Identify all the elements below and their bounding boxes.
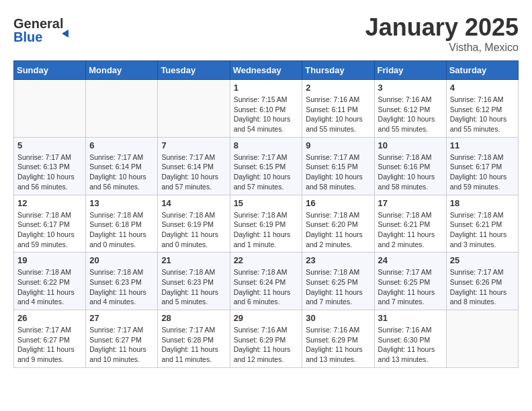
- day-number: 27: [89, 313, 154, 323]
- logo: General Blue: [13, 13, 74, 47]
- calendar-cell: 5Sunrise: 7:17 AMSunset: 6:13 PMDaylight…: [14, 137, 86, 195]
- day-info: Sunrise: 7:17 AMSunset: 6:15 PMDaylight:…: [306, 152, 370, 192]
- day-info: Sunrise: 7:16 AMSunset: 6:11 PMDaylight:…: [306, 95, 370, 134]
- day-info: Sunrise: 7:16 AMSunset: 6:29 PMDaylight:…: [306, 325, 370, 365]
- calendar-cell: 10Sunrise: 7:18 AMSunset: 6:16 PMDayligh…: [374, 137, 446, 195]
- day-info: Sunrise: 7:18 AMSunset: 6:23 PMDaylight:…: [89, 267, 154, 307]
- day-info: Sunrise: 7:17 AMSunset: 6:14 PMDaylight:…: [89, 152, 154, 192]
- calendar-header-wednesday: Wednesday: [230, 61, 302, 80]
- calendar-cell: 29Sunrise: 7:16 AMSunset: 6:29 PMDayligh…: [230, 310, 302, 368]
- location-subtitle: Vistha, Mexico: [365, 42, 519, 54]
- day-number: 7: [161, 140, 226, 150]
- day-number: 18: [450, 198, 515, 208]
- calendar-week-row: 26Sunrise: 7:17 AMSunset: 6:27 PMDayligh…: [14, 310, 519, 368]
- calendar-header-saturday: Saturday: [446, 61, 518, 80]
- calendar-cell: 13Sunrise: 7:18 AMSunset: 6:18 PMDayligh…: [86, 195, 158, 253]
- day-number: 26: [17, 313, 82, 323]
- day-number: 13: [89, 198, 154, 208]
- day-number: 16: [306, 198, 370, 208]
- day-number: 8: [234, 140, 299, 150]
- calendar-cell: 6Sunrise: 7:17 AMSunset: 6:14 PMDaylight…: [86, 137, 158, 195]
- day-number: 20: [89, 255, 154, 265]
- calendar-cell: 2Sunrise: 7:16 AMSunset: 6:11 PMDaylight…: [302, 80, 374, 138]
- day-info: Sunrise: 7:18 AMSunset: 6:20 PMDaylight:…: [306, 210, 370, 250]
- title-area: January 2025 Vistha, Mexico: [365, 13, 519, 54]
- calendar-week-row: 19Sunrise: 7:18 AMSunset: 6:22 PMDayligh…: [14, 253, 519, 310]
- month-title: January 2025: [365, 13, 519, 42]
- day-number: 24: [378, 255, 443, 265]
- day-number: 14: [161, 198, 226, 208]
- day-number: 11: [450, 140, 515, 150]
- calendar-cell: 24Sunrise: 7:17 AMSunset: 6:25 PMDayligh…: [374, 253, 446, 310]
- calendar-header-tuesday: Tuesday: [158, 61, 230, 80]
- calendar-cell: 3Sunrise: 7:16 AMSunset: 6:12 PMDaylight…: [374, 80, 446, 138]
- calendar-header-friday: Friday: [374, 61, 446, 80]
- day-info: Sunrise: 7:18 AMSunset: 6:16 PMDaylight:…: [378, 152, 443, 192]
- day-info: Sunrise: 7:17 AMSunset: 6:27 PMDaylight:…: [89, 325, 154, 365]
- day-number: 30: [306, 313, 370, 323]
- calendar-header-monday: Monday: [86, 61, 158, 80]
- day-info: Sunrise: 7:18 AMSunset: 6:19 PMDaylight:…: [234, 210, 299, 250]
- day-number: 22: [234, 255, 299, 265]
- day-info: Sunrise: 7:18 AMSunset: 6:23 PMDaylight:…: [161, 267, 226, 307]
- calendar-week-row: 1Sunrise: 7:15 AMSunset: 6:10 PMDaylight…: [14, 80, 519, 138]
- day-number: 2: [306, 83, 370, 93]
- day-info: Sunrise: 7:18 AMSunset: 6:25 PMDaylight:…: [306, 267, 370, 307]
- calendar-cell: [86, 80, 158, 138]
- day-info: Sunrise: 7:17 AMSunset: 6:26 PMDaylight:…: [450, 267, 515, 307]
- calendar-week-row: 12Sunrise: 7:18 AMSunset: 6:17 PMDayligh…: [14, 195, 519, 253]
- day-info: Sunrise: 7:18 AMSunset: 6:17 PMDaylight:…: [450, 152, 515, 192]
- day-number: 31: [378, 313, 443, 323]
- calendar-cell: 26Sunrise: 7:17 AMSunset: 6:27 PMDayligh…: [14, 310, 86, 368]
- calendar-cell: [446, 310, 518, 368]
- day-number: 15: [234, 198, 299, 208]
- calendar-cell: 11Sunrise: 7:18 AMSunset: 6:17 PMDayligh…: [446, 137, 518, 195]
- day-info: Sunrise: 7:16 AMSunset: 6:12 PMDaylight:…: [378, 95, 443, 134]
- day-info: Sunrise: 7:16 AMSunset: 6:12 PMDaylight:…: [450, 95, 515, 134]
- day-number: 29: [234, 313, 299, 323]
- calendar-cell: 15Sunrise: 7:18 AMSunset: 6:19 PMDayligh…: [230, 195, 302, 253]
- day-number: 19: [17, 255, 82, 265]
- day-info: Sunrise: 7:15 AMSunset: 6:10 PMDaylight:…: [234, 95, 299, 134]
- logo-icon: General Blue: [13, 13, 74, 47]
- day-info: Sunrise: 7:17 AMSunset: 6:25 PMDaylight:…: [378, 267, 443, 307]
- calendar-cell: 4Sunrise: 7:16 AMSunset: 6:12 PMDaylight…: [446, 80, 518, 138]
- day-info: Sunrise: 7:18 AMSunset: 6:24 PMDaylight:…: [234, 267, 299, 307]
- day-info: Sunrise: 7:18 AMSunset: 6:19 PMDaylight:…: [161, 210, 226, 250]
- day-info: Sunrise: 7:18 AMSunset: 6:21 PMDaylight:…: [450, 210, 515, 250]
- day-info: Sunrise: 7:18 AMSunset: 6:21 PMDaylight:…: [378, 210, 443, 250]
- calendar-cell: [158, 80, 230, 138]
- day-info: Sunrise: 7:17 AMSunset: 6:15 PMDaylight:…: [234, 152, 299, 192]
- calendar-cell: 18Sunrise: 7:18 AMSunset: 6:21 PMDayligh…: [446, 195, 518, 253]
- day-number: 1: [234, 83, 299, 93]
- svg-text:General: General: [13, 16, 63, 31]
- day-number: 9: [306, 140, 370, 150]
- calendar-cell: 20Sunrise: 7:18 AMSunset: 6:23 PMDayligh…: [86, 253, 158, 310]
- calendar-cell: 8Sunrise: 7:17 AMSunset: 6:15 PMDaylight…: [230, 137, 302, 195]
- calendar-cell: 12Sunrise: 7:18 AMSunset: 6:17 PMDayligh…: [14, 195, 86, 253]
- day-info: Sunrise: 7:16 AMSunset: 6:30 PMDaylight:…: [378, 325, 443, 365]
- calendar-cell: 9Sunrise: 7:17 AMSunset: 6:15 PMDaylight…: [302, 137, 374, 195]
- day-info: Sunrise: 7:18 AMSunset: 6:17 PMDaylight:…: [17, 210, 82, 250]
- day-number: 3: [378, 83, 443, 93]
- calendar-cell: 14Sunrise: 7:18 AMSunset: 6:19 PMDayligh…: [158, 195, 230, 253]
- day-info: Sunrise: 7:17 AMSunset: 6:14 PMDaylight:…: [161, 152, 226, 192]
- page-header: General Blue January 2025 Vistha, Mexico: [13, 13, 519, 54]
- day-number: 4: [450, 83, 515, 93]
- calendar-cell: 28Sunrise: 7:17 AMSunset: 6:28 PMDayligh…: [158, 310, 230, 368]
- calendar-cell: 30Sunrise: 7:16 AMSunset: 6:29 PMDayligh…: [302, 310, 374, 368]
- day-number: 6: [89, 140, 154, 150]
- calendar-table: SundayMondayTuesdayWednesdayThursdayFrid…: [13, 60, 519, 368]
- day-number: 25: [450, 255, 515, 265]
- calendar-cell: 7Sunrise: 7:17 AMSunset: 6:14 PMDaylight…: [158, 137, 230, 195]
- day-info: Sunrise: 7:18 AMSunset: 6:22 PMDaylight:…: [17, 267, 82, 307]
- calendar-cell: 27Sunrise: 7:17 AMSunset: 6:27 PMDayligh…: [86, 310, 158, 368]
- day-number: 17: [378, 198, 443, 208]
- calendar-header-thursday: Thursday: [302, 61, 374, 80]
- calendar-header-sunday: Sunday: [14, 61, 86, 80]
- calendar-cell: 16Sunrise: 7:18 AMSunset: 6:20 PMDayligh…: [302, 195, 374, 253]
- day-info: Sunrise: 7:16 AMSunset: 6:29 PMDaylight:…: [234, 325, 299, 365]
- day-number: 10: [378, 140, 443, 150]
- calendar-cell: 19Sunrise: 7:18 AMSunset: 6:22 PMDayligh…: [14, 253, 86, 310]
- calendar-cell: 25Sunrise: 7:17 AMSunset: 6:26 PMDayligh…: [446, 253, 518, 310]
